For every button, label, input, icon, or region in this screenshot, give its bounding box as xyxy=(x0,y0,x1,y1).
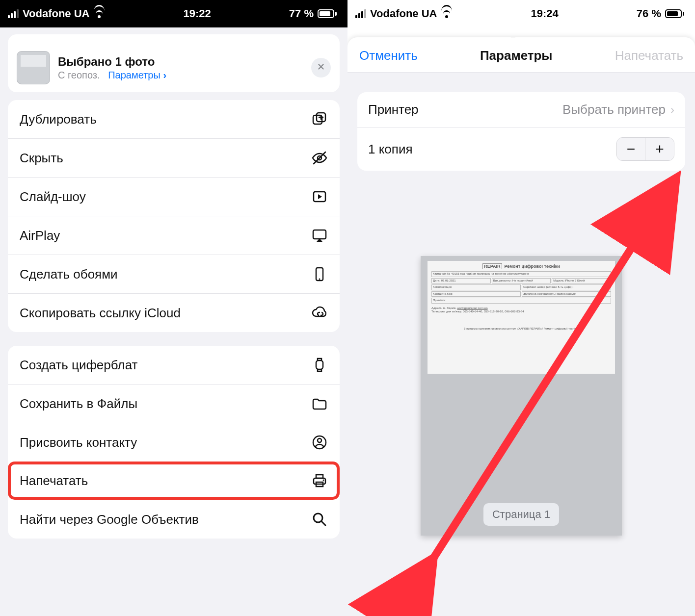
duplicate-icon xyxy=(311,111,328,128)
document-content: REPAIR Ремонт цифрової техніки Квитанція… xyxy=(428,261,615,374)
action-create-watchface[interactable]: Создать циферблат xyxy=(8,346,340,384)
share-subtitle: С геопоз. Параметры › xyxy=(58,70,303,81)
action-save-files[interactable]: Сохранить в Файлы xyxy=(8,384,340,423)
page-preview[interactable]: REPAIR Ремонт цифрової техніки Квитанція… xyxy=(348,171,695,616)
selected-photo-thumbnail[interactable] xyxy=(17,51,50,84)
status-bar: Vodafone UA 19:24 76 % xyxy=(348,0,695,27)
action-google-lens[interactable]: Найти через Google Объектив xyxy=(8,500,340,539)
share-sheet-screenshot: Vodafone UA 19:22 77 % Выбрано 1 фото С … xyxy=(0,0,348,616)
share-title: Выбрано 1 фото xyxy=(58,55,303,69)
wifi-icon xyxy=(441,9,453,18)
watchface-icon xyxy=(311,357,328,373)
share-header: Выбрано 1 фото С геопоз. Параметры › xyxy=(8,44,340,92)
svg-rect-10 xyxy=(314,478,325,484)
action-airplay[interactable]: AirPlay xyxy=(8,216,340,255)
folder-icon xyxy=(311,395,328,412)
status-time: 19:24 xyxy=(531,7,559,20)
copies-increment-button[interactable]: + xyxy=(645,138,674,160)
cancel-button[interactable]: Отменить xyxy=(359,48,418,63)
svg-rect-4 xyxy=(313,230,326,239)
chevron-right-icon: › xyxy=(163,70,166,80)
print-settings-group: Принтер Выбрать принтер › 1 копия − + xyxy=(357,92,685,171)
action-wallpaper[interactable]: Сделать обоями xyxy=(8,255,340,293)
page-number-badge: Страница 1 xyxy=(483,503,559,526)
action-group-1: Дублировать Скрыть Слайд-шоу xyxy=(8,100,340,332)
printer-row[interactable]: Принтер Выбрать принтер › xyxy=(357,92,685,127)
svg-rect-7 xyxy=(316,360,323,369)
status-bar: Vodafone UA 19:22 77 % xyxy=(0,0,348,27)
printer-value: Выбрать принтер xyxy=(562,102,666,117)
cellular-signal-icon xyxy=(8,9,19,18)
print-button[interactable]: Напечатать xyxy=(615,48,683,63)
svg-point-6 xyxy=(319,279,321,280)
action-hide[interactable]: Скрыть xyxy=(8,138,340,177)
svg-point-9 xyxy=(318,438,321,442)
copies-row: 1 копия − + xyxy=(357,127,685,171)
options-link[interactable]: Параметры xyxy=(108,70,160,80)
printer-icon xyxy=(311,472,328,489)
action-assign-contact[interactable]: Присвоить контакту xyxy=(8,423,340,462)
battery-percent: 77 % xyxy=(289,7,314,20)
battery-icon xyxy=(318,9,337,18)
icloud-link-icon xyxy=(311,305,328,321)
action-duplicate[interactable]: Дублировать xyxy=(8,100,340,138)
carrier-label: Vodafone UA xyxy=(23,7,89,20)
status-time: 19:22 xyxy=(184,7,211,20)
battery-percent: 76 % xyxy=(637,7,661,20)
modal-title: Параметры xyxy=(418,48,615,63)
printer-label: Принтер xyxy=(368,102,419,117)
svg-rect-11 xyxy=(316,475,323,478)
print-options-modal: Отменить Параметры Напечатать Принтер Вы… xyxy=(348,37,695,616)
action-print[interactable]: Напечатать xyxy=(8,462,340,500)
wallpaper-icon xyxy=(311,266,328,282)
hide-icon xyxy=(311,150,328,166)
battery-icon xyxy=(665,9,684,18)
sheet-grabber[interactable] xyxy=(8,34,340,44)
contact-icon xyxy=(311,434,328,451)
carrier-label: Vodafone UA xyxy=(370,7,437,20)
page-thumbnail[interactable]: REPAIR Ремонт цифрової техніки Квитанція… xyxy=(421,256,622,536)
close-icon xyxy=(317,62,325,73)
modal-header: Отменить Параметры Напечатать xyxy=(348,37,695,73)
copies-decrement-button[interactable]: − xyxy=(617,138,645,160)
wifi-icon xyxy=(93,9,105,18)
copies-stepper: − + xyxy=(616,137,674,161)
action-group-2: Создать циферблат Сохранить в Файлы Прис… xyxy=(8,346,340,539)
chevron-right-icon: › xyxy=(670,103,674,117)
copies-label: 1 копия xyxy=(368,142,413,157)
close-share-button[interactable] xyxy=(311,58,331,77)
search-icon xyxy=(311,511,328,528)
action-slideshow[interactable]: Слайд-шоу xyxy=(8,177,340,216)
cellular-signal-icon xyxy=(355,9,366,18)
action-icloud-link[interactable]: Скопировать ссылку iCloud xyxy=(8,293,340,332)
print-options-screenshot: Vodafone UA 19:24 76 % Дом Править Отмен… xyxy=(348,0,695,616)
airplay-icon xyxy=(311,227,328,244)
svg-point-13 xyxy=(323,480,324,481)
slideshow-icon xyxy=(311,188,328,205)
